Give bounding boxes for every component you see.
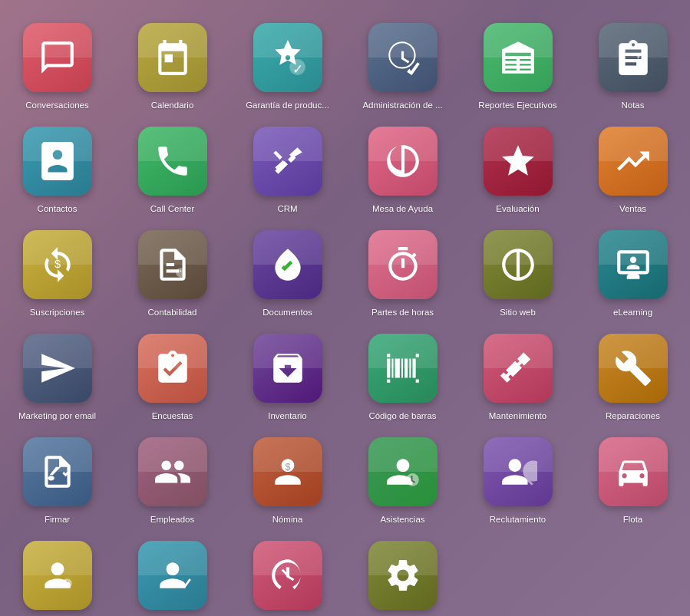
app-label-parteshoras: Partes de horas [371, 307, 434, 318]
app-icon-documentos [253, 230, 322, 299]
app-item-contabilidad[interactable]: Contabilidad [127, 230, 219, 318]
app-icon-mesaayuda [368, 127, 437, 196]
app-label-contabilidad: Contabilidad [148, 307, 197, 318]
app-icon-flota [599, 437, 668, 506]
app-label-asistencias: Asistencias [380, 514, 424, 525]
app-item-calendario[interactable]: Calendario [127, 23, 219, 111]
app-label-reclutamiento: Reclutamiento [490, 514, 546, 525]
app-label-reportes: Reportes Ejecutivos [478, 100, 556, 111]
app-item-ajustes[interactable]: Ajustes [357, 541, 449, 616]
app-item-reclutamiento[interactable]: Reclutamiento [472, 437, 564, 525]
app-icon-callcenter [138, 127, 207, 196]
svg-text:$: $ [54, 258, 60, 270]
app-icon-reportes [484, 23, 553, 92]
app-icon-aprobaciones [138, 541, 207, 610]
app-label-encuestas: Encuestas [152, 410, 193, 422]
app-icon-firmar [23, 437, 92, 506]
app-icon-marketing [23, 334, 92, 403]
app-label-callcenter: Call Center [150, 203, 195, 215]
app-label-suscripciones: Suscripciones [30, 307, 85, 318]
svg-point-7 [508, 459, 521, 472]
app-item-ventas[interactable]: Ventas [587, 127, 679, 215]
app-item-crm[interactable]: CRM [242, 127, 334, 215]
app-label-reparaciones: Reparaciones [606, 410, 660, 422]
app-label-documentos: Documentos [262, 307, 312, 318]
app-label-crm: CRM [277, 203, 297, 215]
app-item-documentos[interactable]: Documentos [242, 230, 334, 318]
app-item-sitioweb[interactable]: Sitio web [472, 230, 564, 318]
app-item-inventario[interactable]: Inventario [242, 334, 334, 422]
app-label-contactos: Contactos [38, 203, 78, 215]
app-item-mesaayuda[interactable]: Mesa de Ayuda [357, 127, 449, 215]
app-label-marketing: Marketing por email [18, 410, 96, 422]
app-icon-ajustes [368, 541, 437, 610]
app-icon-encuestas [138, 334, 207, 403]
app-item-codigobarras[interactable]: Código de barras [357, 334, 449, 422]
app-icon-garantia: ✓ [253, 23, 322, 92]
app-icon-tableros [253, 541, 322, 610]
app-item-ausencias[interactable]: Ausencias [12, 541, 104, 616]
app-icon-empleados [138, 437, 207, 506]
svg-point-3 [176, 268, 186, 278]
app-item-reparaciones[interactable]: Reparaciones [587, 334, 679, 422]
svg-text:✓: ✓ [292, 62, 302, 77]
app-label-administracion: Administración de ... [362, 100, 442, 111]
app-icon-nomina: $ [253, 437, 322, 506]
app-label-flota: Flota [623, 514, 643, 525]
app-item-tableros[interactable]: Tableros [242, 541, 334, 616]
app-item-flota[interactable]: Flota [587, 437, 679, 525]
app-item-firmar[interactable]: Firmar [12, 437, 104, 525]
app-label-ventas: Ventas [619, 203, 646, 215]
app-icon-elearning [599, 230, 668, 299]
app-grid: ConversacionesCalendario✓Garantía de pro… [12, 23, 679, 616]
app-icon-conversaciones [23, 23, 92, 92]
app-icon-parteshoras [368, 230, 437, 299]
app-label-codigobarras: Código de barras [368, 410, 436, 422]
app-icon-mantenimiento [484, 334, 553, 403]
app-label-notas: Notas [621, 100, 644, 111]
app-item-marketing[interactable]: Marketing por email [12, 334, 104, 422]
app-label-elearning: eLearning [613, 307, 652, 318]
app-icon-ausencias [23, 541, 92, 610]
svg-point-4 [629, 256, 636, 262]
app-item-evaluacion[interactable]: Evaluación [472, 127, 564, 215]
app-label-calendario: Calendario [151, 100, 194, 111]
app-icon-inventario [253, 334, 322, 403]
app-item-elearning[interactable]: eLearning [587, 230, 679, 318]
app-label-mantenimiento: Mantenimiento [489, 410, 546, 422]
app-item-empleados[interactable]: Empleados [127, 437, 219, 525]
app-label-sitioweb: Sitio web [500, 307, 536, 318]
app-label-evaluacion: Evaluación [496, 203, 539, 215]
app-icon-reparaciones [599, 334, 668, 403]
app-item-garantia[interactable]: ✓Garantía de produc... [242, 23, 334, 111]
app-item-asistencias[interactable]: Asistencias [357, 437, 449, 525]
app-item-contactos[interactable]: Contactos [12, 127, 104, 215]
app-item-parteshoras[interactable]: Partes de horas [357, 230, 449, 318]
app-item-callcenter[interactable]: Call Center [127, 127, 219, 215]
app-icon-administracion [368, 23, 437, 92]
app-label-conversaciones: Conversaciones [25, 100, 88, 111]
app-item-encuestas[interactable]: Encuestas [127, 334, 219, 422]
app-item-reportes[interactable]: Reportes Ejecutivos [472, 23, 564, 111]
app-icon-evaluacion [484, 127, 553, 196]
app-item-administracion[interactable]: Administración de ... [357, 23, 449, 111]
app-icon-asistencias [368, 437, 437, 506]
app-item-aprobaciones[interactable]: Aprobaciones [127, 541, 219, 616]
app-label-firmar: Firmar [45, 514, 70, 525]
app-item-nomina[interactable]: $Nómina [242, 437, 334, 525]
app-label-empleados: Empleados [150, 514, 195, 525]
svg-text:$: $ [285, 462, 290, 473]
app-item-notas[interactable]: Notas [587, 23, 679, 111]
app-icon-codigobarras [368, 334, 437, 403]
app-item-suscripciones[interactable]: $Suscripciones [12, 230, 104, 318]
app-label-inventario: Inventario [268, 410, 307, 422]
app-item-mantenimiento[interactable]: Mantenimiento [472, 334, 564, 422]
app-icon-sitioweb [484, 230, 553, 299]
app-icon-contactos [23, 127, 92, 196]
app-icon-calendario [138, 23, 207, 92]
app-label-mesaayuda: Mesa de Ayuda [372, 203, 433, 215]
app-label-nomina: Nómina [272, 514, 303, 525]
app-icon-crm [253, 127, 322, 196]
app-item-conversaciones[interactable]: Conversaciones [12, 23, 104, 111]
svg-point-8 [62, 578, 72, 588]
